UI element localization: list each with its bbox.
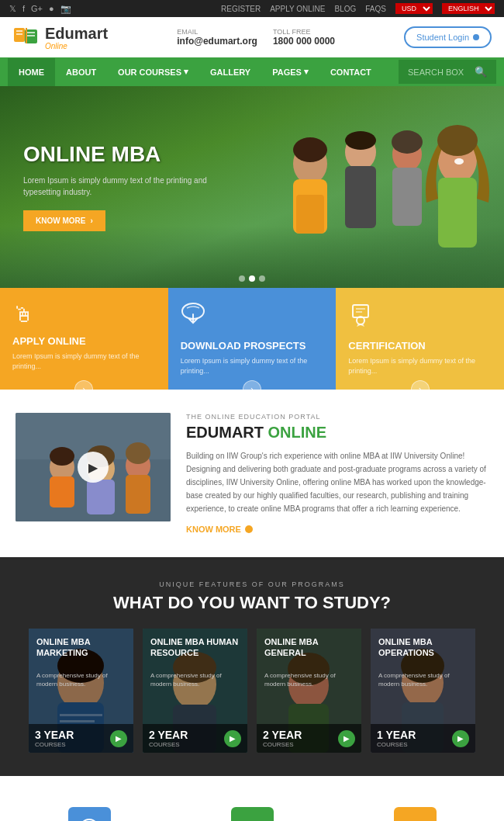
email-value: info@edumart.org xyxy=(177,36,257,47)
study-label: UNIQUE FEATURES OF OUR PROGRAMS xyxy=(16,580,488,588)
play-button[interactable]: ▶ xyxy=(78,452,109,483)
course-years-2: 2 YEAR xyxy=(263,729,302,741)
placement-icon-box xyxy=(231,807,274,821)
email-contact: EMAIL info@edumart.org xyxy=(177,28,257,47)
course-footer-0: 3 YEAR COURSES ▶ xyxy=(29,724,133,753)
study-content: UNIQUE FEATURES OF OUR PROGRAMS WHAT DO … xyxy=(16,580,488,753)
course-play-0[interactable]: ▶ xyxy=(110,730,127,747)
course-footer-3: 1 YEAR COURSES ▶ xyxy=(371,724,475,753)
hero-pagination xyxy=(239,275,265,282)
course-duration-0: 3 YEAR COURSES xyxy=(35,729,74,748)
feature-placement: PLACEMENT ASSISTANCE IIW University Onli… xyxy=(178,807,326,821)
language-select[interactable]: ENGLISH xyxy=(442,3,495,14)
instagram-icon[interactable]: 📷 xyxy=(60,4,71,14)
course-desc-1: A comprehensive study of modern business… xyxy=(150,671,240,688)
about-text: Building on IIW Group's rich experience … xyxy=(186,449,488,515)
nav-home[interactable]: HOME xyxy=(8,58,55,86)
phone-contact: TOLL FREE 1800 000 0000 xyxy=(273,28,335,47)
know-more-label: KNOW MORE xyxy=(36,217,85,225)
certification-arrow[interactable]: › xyxy=(411,380,430,399)
login-button[interactable]: Student Login xyxy=(404,26,492,48)
courses-grid: ONLINE MBA MARKETING A comprehensive stu… xyxy=(16,629,488,753)
svg-rect-35 xyxy=(126,475,150,514)
currency-select[interactable]: USD xyxy=(395,3,433,14)
svg-point-19 xyxy=(437,125,478,156)
course-desc-3: A comprehensive study of modern business… xyxy=(378,671,468,688)
rss-icon[interactable]: ● xyxy=(49,4,54,14)
svg-point-20 xyxy=(454,158,464,165)
hero-dot-2[interactable] xyxy=(249,275,255,282)
prospects-icon xyxy=(181,302,324,332)
hero-dot-3[interactable] xyxy=(259,275,265,282)
feature-boxes: 🖱 APPLY ONLINE Lorem Ipsum is simply dum… xyxy=(0,288,504,390)
course-card-2: ONLINE MBA GENERAL A comprehensive study… xyxy=(257,629,361,753)
pages-dropdown-icon: ▾ xyxy=(304,67,309,77)
feature-certification: CERTIFICATION Lorem Ipsum is simply dumm… xyxy=(336,288,504,390)
course-courses-0: COURSES xyxy=(35,741,74,748)
apply-arrow[interactable]: › xyxy=(74,380,93,399)
study-section: UNIQUE FEATURES OF OUR PROGRAMS WHAT DO … xyxy=(0,557,504,776)
nav-pages[interactable]: PAGES ▾ xyxy=(261,57,319,86)
apply-sub: Lorem Ipsum is simply dummy text of the … xyxy=(12,352,156,371)
nav-gallery[interactable]: GALLERY xyxy=(199,58,261,86)
search-box[interactable]: 🔍 xyxy=(399,60,496,84)
course-img-2: ONLINE MBA GENERAL A comprehensive study… xyxy=(257,629,361,753)
features-bottom: MALLEABLE STUDY TIME Study material avai… xyxy=(0,776,504,821)
site-header: Edumart Online EMAIL info@edumart.org TO… xyxy=(0,17,504,57)
prospects-title: DOWNLOAD PROSPECTS xyxy=(181,340,324,352)
prospects-arrow[interactable]: › xyxy=(243,380,261,399)
course-img-3: ONLINE MBA OPERATIONS A comprehensive st… xyxy=(371,629,475,753)
svg-point-36 xyxy=(126,442,150,464)
nav-contact[interactable]: CONTACT xyxy=(319,58,382,86)
svg-rect-32 xyxy=(87,480,115,514)
logo-name: Edumart xyxy=(45,25,108,42)
hero-section: ONLINE MBA Lorem Ipsum is simply dummy t… xyxy=(0,86,504,288)
course-courses-2: COURSES xyxy=(263,741,302,748)
prospects-sub: Lorem Ipsum is simply dummy text of the … xyxy=(181,356,324,376)
svg-rect-15 xyxy=(392,168,422,226)
blog-link[interactable]: BLOG xyxy=(335,5,357,13)
svg-rect-5 xyxy=(27,35,35,36)
logo: Edumart Online xyxy=(12,23,108,51)
feature-apply: 🖱 APPLY ONLINE Lorem Ipsum is simply dum… xyxy=(0,288,168,390)
feature-access: EASY TO ACCESS There is easy accessibili… xyxy=(341,807,488,821)
course-card-0: ONLINE MBA MARKETING A comprehensive stu… xyxy=(29,629,133,753)
svg-rect-1 xyxy=(16,30,22,32)
top-bar: 𝕏 f G+ ● 📷 REGISTER APPLY ONLINE BLOG FA… xyxy=(0,0,504,17)
about-video: ▶ xyxy=(16,413,171,521)
register-link[interactable]: REGISTER xyxy=(221,5,261,13)
hero-dot-1[interactable] xyxy=(239,275,245,282)
search-icon[interactable]: 🔍 xyxy=(475,66,487,78)
nav-courses[interactable]: OUR COURSES ▾ xyxy=(107,57,199,86)
about-title-part1: EDUMART xyxy=(186,424,268,441)
know-more-button[interactable]: KNOW MORE › xyxy=(23,210,105,231)
apply-link[interactable]: APPLY ONLINE xyxy=(270,5,325,13)
course-courses-1: COURSES xyxy=(149,741,188,748)
svg-rect-9 xyxy=(296,195,324,234)
facebook-icon[interactable]: f xyxy=(22,4,25,14)
course-play-2[interactable]: ▶ xyxy=(338,730,355,747)
top-bar-right: REGISTER APPLY ONLINE BLOG FAQS USD ENGL… xyxy=(221,3,495,14)
course-card-3: ONLINE MBA OPERATIONS A comprehensive st… xyxy=(371,629,475,753)
course-title-1: ONLINE MBA HUMAN RESOURCE xyxy=(150,636,240,659)
hero-title: ONLINE MBA xyxy=(23,143,209,167)
know-more-link[interactable]: KNOW MORE xyxy=(186,525,488,534)
course-play-1[interactable]: ▶ xyxy=(224,730,241,747)
feature-malleable: MALLEABLE STUDY TIME Study material avai… xyxy=(16,807,163,821)
search-input[interactable] xyxy=(408,68,470,77)
nav-about[interactable]: ABOUT xyxy=(55,58,107,86)
svg-rect-12 xyxy=(345,166,376,228)
course-years-1: 2 YEAR xyxy=(149,729,188,741)
svg-rect-4 xyxy=(27,32,35,33)
course-duration-1: 2 YEAR COURSES xyxy=(149,729,188,748)
logo-text: Edumart Online xyxy=(45,25,108,50)
google-plus-icon[interactable]: G+ xyxy=(31,4,43,14)
hero-content: ONLINE MBA Lorem Ipsum is simply dummy t… xyxy=(0,120,233,255)
course-footer-2: 2 YEAR COURSES ▶ xyxy=(257,724,361,753)
course-play-3[interactable]: ▶ xyxy=(452,730,469,747)
about-label: THE ONLINE EDUCATION PORTAL xyxy=(186,413,488,421)
course-title-3: ONLINE MBA OPERATIONS xyxy=(378,636,468,659)
faqs-link[interactable]: FAQS xyxy=(365,5,386,13)
svg-point-16 xyxy=(392,130,423,154)
twitter-icon[interactable]: 𝕏 xyxy=(9,4,16,14)
